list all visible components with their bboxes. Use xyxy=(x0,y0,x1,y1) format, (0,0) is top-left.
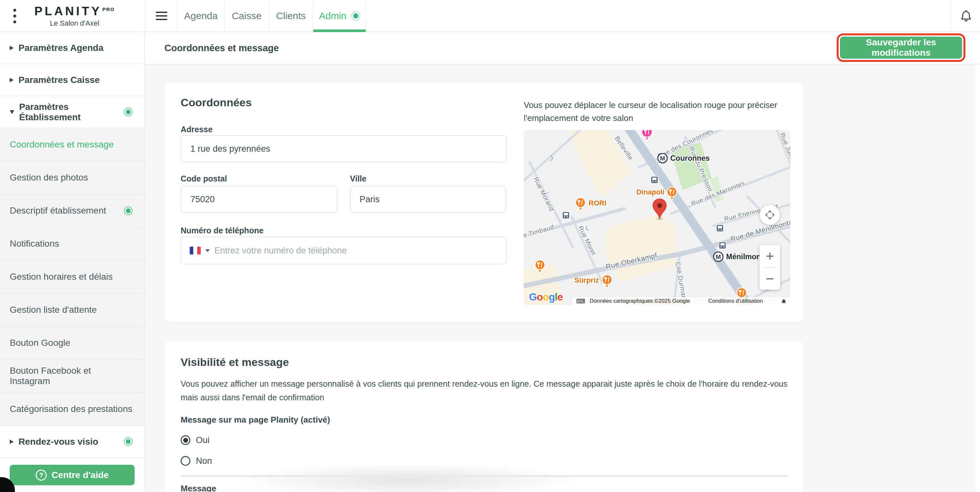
radio-label-non: Non xyxy=(196,456,212,466)
sidebar-item-notifications[interactable]: Notifications xyxy=(0,227,144,260)
radio-option-oui[interactable]: Oui xyxy=(181,434,210,447)
kebab-menu-icon[interactable] xyxy=(10,6,19,26)
sidebar-item-bouton-facebook-instagram[interactable]: Bouton Facebook et Instagram xyxy=(0,360,144,393)
page-title: Coordonnées et message xyxy=(164,32,279,64)
caret-down-icon xyxy=(10,110,14,114)
poi-label-rori: RORI xyxy=(589,199,606,207)
caret-right-icon xyxy=(10,46,14,50)
message-toggle-label: Message sur ma page Planity (activé) xyxy=(181,415,330,425)
radio-button-oui[interactable] xyxy=(181,435,190,445)
question-mark-icon: ? xyxy=(36,470,47,481)
tab-admin[interactable]: Admin xyxy=(313,0,366,32)
sidebar-item-label: Rendez-vous visio xyxy=(19,436,98,447)
sidebar-subitem-label: Catégorisation des prestations xyxy=(10,404,132,414)
sidebar-item-descriptif-etablissement[interactable]: Descriptif établissement xyxy=(0,194,144,227)
france-flag-icon[interactable] xyxy=(190,247,201,254)
radio-label-oui: Oui xyxy=(196,435,210,445)
sidebar-item-label: Paramètres Agenda xyxy=(19,43,103,53)
code-postal-label: Code postal xyxy=(181,174,227,183)
radio-option-non[interactable]: Non xyxy=(181,454,212,467)
sidebar-subitem-label: Descriptif établissement xyxy=(10,205,106,216)
salon-name: Le Salon d'Axel xyxy=(26,19,123,27)
sidebar-item-bouton-google[interactable]: Bouton Google xyxy=(0,327,144,360)
section-divider xyxy=(181,475,788,477)
keyboard-shortcuts-icon[interactable]: ⌨ xyxy=(576,298,585,305)
pan-arrows-icon xyxy=(764,209,775,221)
brand-name: PLANITYPRO xyxy=(26,5,123,18)
help-center-button[interactable]: ? Centre d'aide xyxy=(10,465,135,485)
google-letter: o xyxy=(542,291,549,303)
map-canvas: Belleville Rue des Couronnes Rue du Pres… xyxy=(524,130,790,305)
coordonnees-card: Coordonnées Adresse Code postal Ville Nu… xyxy=(164,83,803,322)
sidebar-item-parametres-etablissement[interactable]: Paramètres Établissement xyxy=(0,96,144,129)
tab-admin-label: Admin xyxy=(319,10,346,21)
sidebar-item-gestion-horaires[interactable]: Gestion horaires et délais xyxy=(0,260,144,294)
main-nav: Agenda Caisse Clients Admin xyxy=(145,0,366,32)
visibilite-card: Visibilité et message Vous pouvez affich… xyxy=(164,341,803,492)
adresse-input[interactable] xyxy=(181,135,507,162)
sidebar-item-parametres-agenda[interactable]: Paramètres Agenda xyxy=(0,32,144,64)
map-zoom-control: + − xyxy=(759,245,780,290)
google-letter: G xyxy=(529,291,537,303)
map-attribution-bar: ⌨ Données cartographiques ©2025 Google C… xyxy=(573,297,790,305)
active-status-dot xyxy=(124,206,133,215)
tab-caisse[interactable]: Caisse xyxy=(224,0,269,32)
terms-of-use-link[interactable]: Conditions d'utilisation xyxy=(708,298,763,304)
telephone-input[interactable] xyxy=(214,246,499,256)
sidebar-subitem-label: Coordonnées et message xyxy=(10,140,114,150)
hamburger-menu-button[interactable] xyxy=(145,0,177,32)
brand-pro-badge: PRO xyxy=(102,6,115,12)
map-data-attribution: Données cartographiques ©2025 Google xyxy=(590,298,690,304)
sidebar-item-rendez-vous-visio[interactable]: Rendez-vous visio xyxy=(0,426,144,458)
country-dropdown-caret-icon[interactable] xyxy=(205,249,210,252)
sidebar-item-gestion-des-photos[interactable]: Gestion des photos xyxy=(0,162,144,194)
tab-clients-label: Clients xyxy=(276,10,306,21)
google-letter: g xyxy=(549,291,555,303)
settings-sidebar: Paramètres Agenda Paramètres Caisse Para… xyxy=(0,32,145,492)
telephone-label: Numéro de téléphone xyxy=(181,226,264,235)
sidebar-subitem-label: Notifications xyxy=(10,238,59,249)
page-header: Coordonnées et message Sauvegarder les m… xyxy=(145,32,980,65)
save-button[interactable]: Sauvegarder les modifications xyxy=(840,37,962,59)
hamburger-icon xyxy=(156,12,167,20)
sidebar-subitem-label: Gestion horaires et délais xyxy=(10,271,113,282)
caret-right-icon xyxy=(10,440,14,444)
sidebar-subitem-label: Bouton Google xyxy=(10,338,70,348)
sidebar-item-label: Paramètres Caisse xyxy=(19,75,100,85)
message-field-label: Message xyxy=(181,484,216,492)
bell-icon xyxy=(959,10,972,22)
google-map[interactable]: Belleville Rue des Couronnes Rue du Pres… xyxy=(524,130,790,305)
zoom-in-button[interactable]: + xyxy=(759,245,780,267)
tab-agenda-label: Agenda xyxy=(184,10,218,21)
ville-input[interactable] xyxy=(350,186,506,213)
zoom-out-button[interactable]: − xyxy=(759,268,780,290)
report-error-icon[interactable] xyxy=(781,298,786,304)
code-postal-input[interactable] xyxy=(181,186,337,213)
map-pan-control[interactable] xyxy=(760,205,780,225)
radio-button-non[interactable] xyxy=(181,456,190,466)
topbar-divider xyxy=(951,0,951,32)
brand-text: PLANITY xyxy=(34,5,102,18)
metro-station-couronnes: M Couronnes xyxy=(658,154,710,163)
sidebar-subitem-label: Gestion liste d'attente xyxy=(10,305,97,315)
scrollbar-track[interactable] xyxy=(975,65,980,492)
sidebar-item-liste-attente[interactable]: Gestion liste d'attente xyxy=(0,294,144,327)
coordonnees-title: Coordonnées xyxy=(181,96,251,109)
tab-agenda[interactable]: Agenda xyxy=(177,0,224,32)
metro-m-icon: M xyxy=(660,155,665,162)
metro-m-icon: M xyxy=(716,254,721,260)
sidebar-item-coordonnees-et-message[interactable]: Coordonnées et message xyxy=(0,129,144,162)
poi-label-surpriz: Sürpriz xyxy=(574,276,599,284)
notifications-bell-button[interactable] xyxy=(956,6,976,26)
adresse-label: Adresse xyxy=(181,125,213,134)
sidebar-item-parametres-caisse[interactable]: Paramètres Caisse xyxy=(0,64,144,96)
sticky-bar-shadow xyxy=(203,449,690,492)
google-logo[interactable]: Google xyxy=(529,291,563,303)
tab-clients[interactable]: Clients xyxy=(269,0,313,32)
sidebar-item-categorisation-prestations[interactable]: Catégorisation des prestations xyxy=(0,393,144,426)
tab-caisse-label: Caisse xyxy=(232,10,262,21)
sidebar-subitem-label: Bouton Facebook et Instagram xyxy=(10,366,133,386)
top-bar: PLANITYPRO Le Salon d'Axel Agenda Caisse… xyxy=(0,0,980,32)
google-letter: e xyxy=(557,291,563,303)
visibilite-title: Visibilité et message xyxy=(181,356,289,368)
